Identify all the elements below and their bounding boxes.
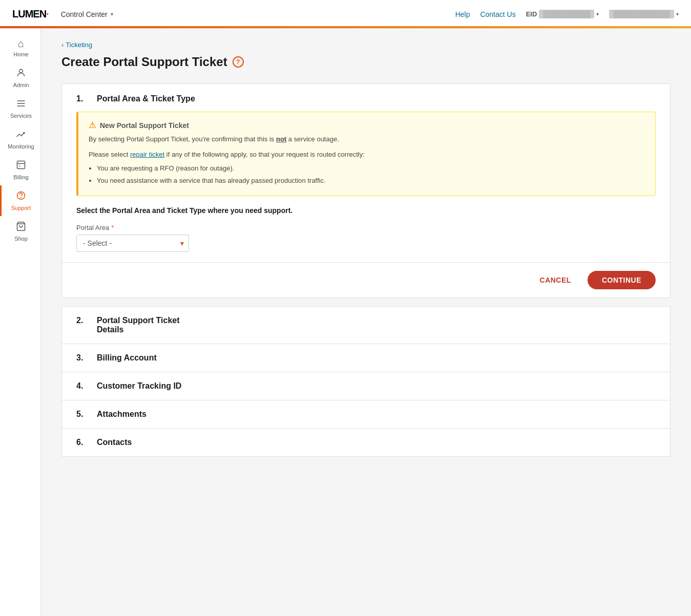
sidebar-item-support-label: Support	[11, 205, 31, 211]
sidebar-item-monitoring-label: Monitoring	[8, 143, 34, 150]
form-area: Select the Portal Area and Ticket Type w…	[62, 206, 670, 262]
sidebar-item-services-label: Services	[10, 113, 32, 119]
alert-line-1: By selecting Portal Support Ticket, you'…	[89, 134, 645, 144]
portal-area-select[interactable]: - Select -	[76, 235, 189, 252]
sidebar-item-shop[interactable]: Shop	[0, 216, 40, 247]
lumen-logo: LUMEN·	[12, 8, 49, 20]
form-instruction: Select the Portal Area and Ticket Type w…	[76, 206, 656, 215]
portal-area-select-wrapper: - Select - ▾	[76, 235, 189, 252]
svg-rect-4	[17, 161, 25, 169]
eid-chevron[interactable]: ▾	[596, 11, 599, 17]
home-icon: ⌂	[18, 38, 24, 50]
section-4-title: Customer Tracking ID	[97, 381, 181, 391]
section-6-number: 6.	[76, 438, 89, 447]
help-icon[interactable]: ?	[233, 56, 244, 68]
control-center-menu[interactable]: Control Center ▾	[61, 10, 113, 18]
section-1-card: 1. Portal Area & Ticket Type ⚠ New Porta…	[61, 83, 671, 298]
alert-line-2: Please select repair ticket if any of th…	[89, 150, 645, 160]
section-1-header: 1. Portal Area & Ticket Type	[62, 84, 670, 112]
section-6-header[interactable]: 6. Contacts	[62, 429, 670, 456]
section-2-title: Portal Support TicketDetails	[97, 316, 180, 334]
alert-list: You are requesting a RFO (reason for out…	[97, 163, 645, 185]
section-4-header[interactable]: 4. Customer Tracking ID	[62, 372, 670, 400]
collapsed-sections: 2. Portal Support TicketDetails 3. Billi…	[61, 306, 671, 457]
sidebar-item-home-label: Home	[13, 51, 28, 57]
section-5-title: Attachments	[97, 410, 146, 419]
section-2-number: 2.	[76, 316, 89, 325]
section-3-title: Billing Account	[97, 353, 157, 363]
section-4-card: 4. Customer Tracking ID	[61, 372, 671, 400]
section-6-card: 6. Contacts	[61, 428, 671, 457]
page-title: Create Portal Support Ticket	[61, 55, 227, 69]
continue-button[interactable]: CONTINUE	[588, 271, 656, 289]
warning-icon: ⚠	[89, 120, 96, 130]
sidebar-item-billing[interactable]: Billing	[0, 155, 40, 185]
section-5-header[interactable]: 5. Attachments	[62, 400, 670, 428]
top-navigation: LUMEN· Control Center ▾ Help Contact Us …	[0, 0, 691, 29]
sidebar-item-shop-label: Shop	[14, 236, 28, 242]
monitoring-icon	[16, 129, 26, 142]
section-5-card: 5. Attachments	[61, 400, 671, 428]
alert-box: ⚠ New Portal Support Ticket By selecting…	[76, 112, 656, 196]
alert-list-item-1: You are requesting a RFO (reason for out…	[97, 163, 645, 174]
sidebar-item-monitoring[interactable]: Monitoring	[0, 124, 40, 155]
section-3-header[interactable]: 3. Billing Account	[62, 344, 670, 372]
contact-us-link[interactable]: Contact Us	[480, 10, 515, 18]
main-layout: ⌂ Home Admin Services	[0, 29, 691, 616]
sidebar-item-admin-label: Admin	[13, 82, 29, 88]
alert-title: ⚠ New Portal Support Ticket	[89, 120, 645, 130]
svg-point-0	[19, 69, 23, 73]
section-2-header[interactable]: 2. Portal Support TicketDetails	[62, 307, 670, 344]
services-icon	[16, 98, 26, 111]
billing-icon	[16, 160, 26, 173]
control-center-chevron: ▾	[111, 11, 113, 17]
shop-icon	[16, 221, 26, 234]
section-1-number: 1.	[76, 94, 89, 103]
action-bar: CANCEL CONTINUE	[62, 262, 670, 298]
eid-value: ██████████	[539, 10, 594, 18]
section-3-number: 3.	[76, 353, 89, 363]
section-5-number: 5.	[76, 410, 89, 419]
sidebar-item-home[interactable]: ⌂ Home	[0, 33, 40, 62]
help-link[interactable]: Help	[455, 10, 470, 18]
repair-ticket-link[interactable]: repair ticket	[130, 151, 164, 158]
svg-point-8	[21, 198, 22, 198]
sidebar-item-billing-label: Billing	[13, 174, 28, 180]
section-2-card: 2. Portal Support TicketDetails	[61, 306, 671, 344]
orange-bar	[0, 26, 691, 28]
section-6-title: Contacts	[97, 438, 132, 447]
portal-area-label: Portal Area *	[76, 224, 656, 231]
alert-body: By selecting Portal Support Ticket, you'…	[89, 134, 645, 185]
alert-list-item-2: You need assistance with a service that …	[97, 176, 645, 186]
sidebar-item-support[interactable]: Support	[0, 185, 40, 216]
admin-icon	[16, 68, 26, 80]
sidebar-item-services[interactable]: Services	[0, 93, 40, 124]
section-3-card: 3. Billing Account	[61, 344, 671, 372]
account-section: ████████████ ▾	[609, 10, 679, 18]
section-1-title: Portal Area & Ticket Type	[97, 94, 195, 103]
account-chevron[interactable]: ▾	[676, 11, 679, 17]
not-word: not	[276, 135, 286, 143]
required-star: *	[111, 224, 114, 231]
section-4-number: 4.	[76, 381, 89, 391]
breadcrumb-link[interactable]: ‹ Ticketing	[61, 41, 92, 49]
main-content: ‹ Ticketing Create Portal Support Ticket…	[41, 29, 691, 616]
top-nav-right: Help Contact Us EID ██████████ ▾ ███████…	[455, 10, 679, 18]
cancel-button[interactable]: CANCEL	[530, 271, 581, 289]
eid-label: EID	[526, 10, 537, 18]
eid-section: EID ██████████ ▾	[526, 10, 599, 18]
account-value: ████████████	[609, 10, 674, 18]
sidebar-item-admin[interactable]: Admin	[0, 62, 40, 93]
breadcrumb-arrow: ‹	[61, 41, 64, 49]
support-icon	[16, 190, 26, 203]
sidebar: ⌂ Home Admin Services	[0, 29, 41, 616]
page-title-area: Create Portal Support Ticket ?	[61, 55, 671, 69]
breadcrumb: ‹ Ticketing	[61, 41, 671, 49]
